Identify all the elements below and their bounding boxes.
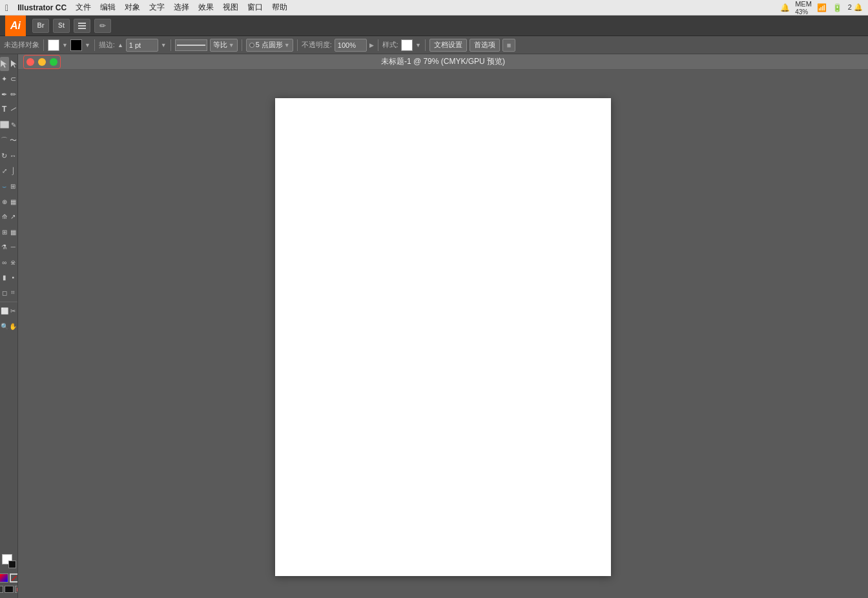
fill-arrow: ▼ — [62, 42, 68, 48]
pen-tool-btn[interactable]: ✒ — [0, 87, 9, 101]
zoom-tool-btn[interactable]: 🔍 — [0, 319, 9, 333]
app-name-menu[interactable]: Illustrator CC — [17, 3, 67, 12]
separator-6 — [378, 39, 378, 51]
style-label: 样式: — [382, 40, 398, 50]
wifi-icon: 📶 — [817, 3, 827, 13]
artboard-tool-btn[interactable]: ◻ — [0, 285, 9, 300]
normal-view[interactable] — [0, 586, 3, 593]
fill-swatch[interactable] — [48, 39, 59, 51]
column-graph-btn[interactable]: ▮ — [0, 270, 9, 284]
time-display: 2 🔔 — [848, 3, 863, 12]
free-transform-tool-btn[interactable]: ⊞ — [9, 179, 18, 193]
lasso-tool-btn[interactable]: ⊂ — [9, 72, 18, 86]
shape-builder-btn[interactable]: ⊕ — [0, 194, 9, 209]
measure-tool-btn[interactable]: ─ — [9, 240, 18, 254]
rotate-tool-btn[interactable]: ↻ — [0, 149, 9, 163]
brush-shape-dropdown[interactable]: 5 点圆形 ▼ — [246, 39, 293, 52]
eraser-tool-btn[interactable]: ⬜ — [0, 304, 9, 318]
toolbox: ✦ ⊂ ✒ ✏ T / ✎ ⌒ 〜 ↻ ↔ ⤢ ⌡ ⌣ — [0, 54, 18, 598]
opacity-input[interactable]: 100% — [335, 39, 367, 52]
color-icon[interactable] — [0, 573, 8, 583]
close-button[interactable] — [26, 58, 34, 66]
preferences-button[interactable]: 首选项 — [470, 39, 500, 52]
notification-icon[interactable]: 🔔 — [780, 3, 790, 13]
stroke-label: 描边: — [99, 40, 115, 50]
window-controls — [23, 55, 61, 69]
stroke-swatch[interactable] — [70, 39, 82, 51]
properties-bar: 未选择对象 ▼ ▼ 描边: ▲ 1 pt ▼ 等比 ▼ 5 点圆形 ▼ 不透明度… — [0, 36, 868, 54]
stroke-style-preview[interactable] — [175, 39, 207, 51]
menu-help[interactable]: 帮助 — [272, 2, 287, 13]
reflect-tool-btn[interactable]: ↔ — [9, 149, 18, 163]
canvas-area[interactable]: 未标题-1 @ 79% (CMYK/GPU 预览) — [18, 54, 868, 598]
svg-rect-0 — [78, 23, 86, 24]
menu-view[interactable]: 视图 — [223, 2, 238, 13]
gradient-tool-btn[interactable]: ▦ — [9, 225, 18, 239]
mesh-tool-btn[interactable]: ⊞ — [0, 225, 9, 239]
view-mode-icons — [0, 586, 18, 593]
brush-toolbar-button[interactable]: ✏ — [94, 19, 111, 33]
doc-settings-button[interactable]: 文档设置 — [429, 39, 467, 52]
apple-menu[interactable]:  — [5, 3, 8, 13]
menu-window[interactable]: 窗口 — [247, 2, 263, 13]
slice-tool-btn[interactable]: ⌗ — [9, 285, 18, 300]
menu-edit[interactable]: 编辑 — [100, 2, 116, 13]
stacked-graph-btn[interactable]: ▪ — [9, 270, 18, 284]
brush-shape-arrow: ▼ — [284, 42, 290, 48]
scale-tool-btn[interactable]: ⤢ — [0, 163, 9, 178]
live-paint-btn[interactable]: ▦ — [9, 194, 18, 209]
opacity-arrow: ▶ — [369, 42, 374, 48]
perspective-select-btn[interactable]: ↗ — [9, 209, 18, 223]
more-options-button[interactable]: ≡ — [502, 39, 515, 52]
stroke-style-label: 等比 — [213, 40, 227, 50]
opacity-value: 100% — [338, 41, 356, 49]
scissors-tool-btn[interactable]: ✂ — [9, 304, 18, 318]
artboard-container[interactable] — [18, 85, 868, 598]
warp-tool-btn[interactable]: ⌣ — [0, 179, 9, 193]
menu-effect[interactable]: 效果 — [198, 2, 214, 13]
no-selection-label: 未选择对象 — [4, 40, 39, 50]
stroke-style-dropdown[interactable]: 等比 ▼ — [210, 39, 238, 52]
perspective-grid-btn[interactable]: ⟰ — [0, 209, 9, 223]
eyedropper-btn[interactable]: ⚗ — [0, 240, 9, 254]
menu-file[interactable]: 文件 — [76, 2, 91, 13]
stroke-color[interactable] — [8, 561, 16, 568]
app-toolbar: Ai Br St ✏ — [0, 15, 868, 36]
style-arrow: ▼ — [415, 42, 421, 48]
paintbrush-tool-btn[interactable]: ⌒ — [0, 133, 9, 147]
magic-wand-tool-btn[interactable]: ✦ — [0, 72, 9, 86]
brush-dot-preview — [249, 43, 254, 48]
menu-select[interactable]: 选择 — [174, 2, 189, 13]
bridge-button[interactable]: Br — [32, 19, 49, 33]
blob-brush-tool-btn[interactable]: 〜 — [9, 133, 18, 147]
color-swatches — [2, 554, 16, 568]
add-anchor-tool-btn[interactable]: ✏ — [9, 87, 18, 101]
style-swatch[interactable] — [401, 39, 413, 51]
direct-selection-tool-btn[interactable] — [9, 57, 18, 71]
workspace-button[interactable] — [74, 19, 90, 33]
fullscreen-view[interactable] — [5, 586, 14, 593]
svg-rect-4 — [1, 121, 8, 127]
stock-button[interactable]: St — [53, 19, 70, 33]
menu-object[interactable]: 对象 — [125, 2, 140, 13]
pencil-tool-btn[interactable]: ✎ — [9, 118, 17, 132]
document-title: 未标题-1 @ 79% (CMYK/GPU 预览) — [381, 56, 505, 67]
shear-tool-btn[interactable]: ⌡ — [9, 163, 18, 178]
hand-tool-btn[interactable]: ✋ — [9, 319, 18, 333]
menu-right-area: 🔔 MEM43% 📶 🔋 2 🔔 — [780, 0, 863, 15]
selection-tool-btn[interactable] — [0, 57, 9, 71]
menu-type[interactable]: 文字 — [149, 2, 165, 13]
stroke-input[interactable]: 1 pt — [126, 39, 158, 52]
minimize-button[interactable] — [38, 58, 46, 66]
symbol-sprayer-btn[interactable]: ※ — [9, 255, 18, 269]
color-mode-icons — [0, 573, 18, 583]
separator-3 — [170, 39, 171, 51]
stroke-style-arrow: ▼ — [229, 42, 234, 48]
separator-2 — [94, 39, 95, 51]
brush-shape-label: 5 点圆形 — [256, 40, 283, 50]
blend-tool-btn[interactable]: ∞ — [0, 255, 9, 269]
none-icon[interactable] — [10, 573, 19, 583]
maximize-button[interactable] — [50, 58, 57, 66]
stroke-up-arrow: ▲ — [118, 42, 123, 48]
rect-tool-btn[interactable] — [0, 118, 9, 132]
